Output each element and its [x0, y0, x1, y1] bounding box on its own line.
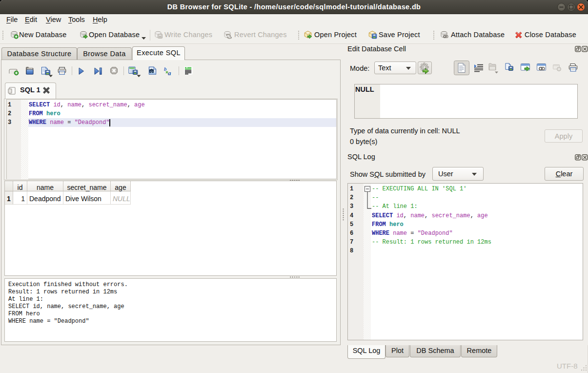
svg-text:a: a	[168, 69, 171, 77]
svg-text:b: b	[164, 66, 167, 72]
